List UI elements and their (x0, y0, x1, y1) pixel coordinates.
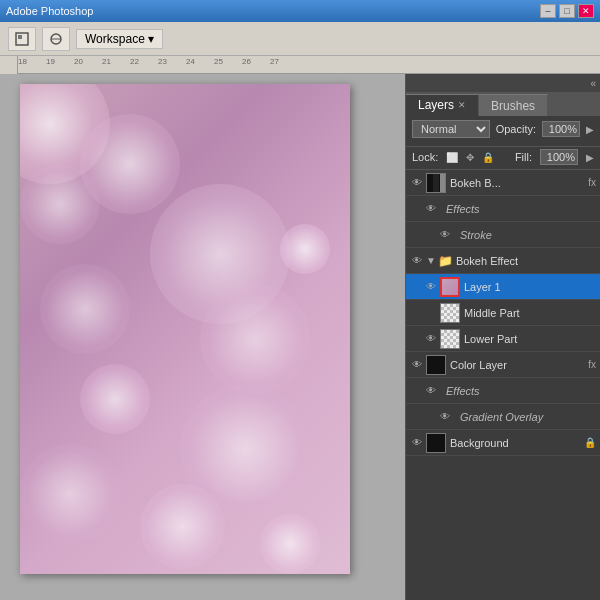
eye-icon-middle-part[interactable] (424, 306, 438, 320)
layer-name-color-layer: Color Layer (450, 359, 586, 371)
layer-name-gradient-overlay: Gradient Overlay (460, 411, 596, 423)
layer-item-middle-part[interactable]: Middle Part (406, 300, 600, 326)
ruler-corner (0, 56, 18, 74)
panels-area: « Layers ✕ Brushes (405, 74, 600, 600)
main-area: « Layers ✕ Brushes (0, 74, 600, 600)
layer-thumb-background (426, 433, 446, 453)
layer-name-effects-color: Effects (446, 385, 596, 397)
folder-icon-bokeh-effect-folder: 📁 (438, 254, 453, 268)
opacity-input[interactable]: 100% (542, 121, 580, 137)
layer-controls: Normal Multiply Screen Opacity: 100% ▶ (406, 116, 600, 147)
eye-icon-effects-color[interactable]: 👁 (424, 384, 438, 398)
tab-layers-close[interactable]: ✕ (458, 100, 466, 110)
blend-mode-select[interactable]: Normal Multiply Screen (412, 120, 490, 138)
window-controls: – □ ✕ (540, 4, 594, 18)
panel-tab-bar: Layers ✕ Brushes (406, 92, 600, 116)
horizontal-ruler: 18 19 20 21 22 23 24 25 26 27 (18, 56, 600, 73)
layer-name-lower-part: Lower Part (464, 333, 596, 345)
layer-item-bokeh-effect-folder[interactable]: 👁▼📁Bokeh Effect (406, 248, 600, 274)
lock-badge-background: 🔒 (584, 437, 596, 448)
svg-rect-1 (18, 35, 22, 39)
eye-icon-bokeh-effect-folder[interactable]: 👁 (410, 254, 424, 268)
folder-arrow-icon-bokeh-effect-folder: ▼ (426, 255, 436, 266)
layer-item-effects-bokeh-b[interactable]: 👁Effects (406, 196, 600, 222)
layer-thumb-layer-1 (440, 277, 460, 297)
collapse-panel-button[interactable]: « (590, 78, 596, 89)
eye-icon-color-layer[interactable]: 👁 (410, 358, 424, 372)
layer-thumb-bokeh-b (426, 173, 446, 193)
layer-item-stroke-bokeh-b[interactable]: 👁Stroke (406, 222, 600, 248)
eye-icon-layer-1[interactable]: 👁 (424, 280, 438, 294)
panel-controls: « (406, 74, 600, 92)
layer-name-stroke-bokeh-b: Stroke (460, 229, 596, 241)
ruler-row: 18 19 20 21 22 23 24 25 26 27 (0, 56, 600, 74)
eye-icon-gradient-overlay[interactable]: 👁 (438, 410, 452, 424)
eye-icon-bokeh-b[interactable]: 👁 (410, 176, 424, 190)
toolbar: Workspace ▾ (0, 22, 600, 56)
layer-list[interactable]: 👁Bokeh B...fx👁Effects👁Stroke👁▼📁Bokeh Eff… (406, 170, 600, 600)
bokeh-image (20, 84, 350, 574)
lock-pixels-icon[interactable]: ⬜ (446, 152, 458, 163)
layer-name-middle-part: Middle Part (464, 307, 596, 319)
document-canvas (20, 84, 350, 574)
tab-layers[interactable]: Layers ✕ (406, 94, 479, 116)
fx-badge-bokeh-b: fx (588, 177, 596, 188)
layer-name-layer-1: Layer 1 (464, 281, 596, 293)
fill-input[interactable]: 100% (540, 149, 578, 165)
workspace-button[interactable]: Workspace ▾ (76, 29, 163, 49)
lock-label: Lock: (412, 151, 438, 163)
workspace-label: Workspace ▾ (85, 32, 154, 46)
fill-arrow-icon: ▶ (586, 152, 594, 163)
layer-name-bokeh-effect-folder: Bokeh Effect (456, 255, 596, 267)
maximize-button[interactable]: □ (559, 4, 575, 18)
fill-label: Fill: (515, 151, 532, 163)
layer-item-effects-color[interactable]: 👁Effects (406, 378, 600, 404)
eye-icon-lower-part[interactable]: 👁 (424, 332, 438, 346)
minimize-button[interactable]: – (540, 4, 556, 18)
layer-name-effects-bokeh-b: Effects (446, 203, 596, 215)
eye-icon-effects-bokeh-b[interactable]: 👁 (424, 202, 438, 216)
layer-item-gradient-overlay[interactable]: 👁Gradient Overlay (406, 404, 600, 430)
tool-button-1[interactable] (8, 27, 36, 51)
fx-badge-color-layer: fx (588, 359, 596, 370)
title-bar: Adobe Photoshop – □ ✕ (0, 0, 600, 22)
window-title: Adobe Photoshop (6, 5, 93, 17)
layer-name-bokeh-b: Bokeh B... (450, 177, 586, 189)
layer-name-background: Background (450, 437, 582, 449)
canvas-area (0, 74, 405, 600)
layer-item-background[interactable]: 👁Background🔒 (406, 430, 600, 456)
opacity-arrow-icon: ▶ (586, 124, 594, 135)
blend-mode-row: Normal Multiply Screen Opacity: 100% ▶ (412, 120, 594, 138)
eye-icon-background[interactable]: 👁 (410, 436, 424, 450)
layer-item-layer-1[interactable]: 👁Layer 1 (406, 274, 600, 300)
lock-all-icon[interactable]: 🔒 (482, 152, 494, 163)
layers-panel: Layers ✕ Brushes Normal Multiply Screen (406, 92, 600, 600)
opacity-label: Opacity: (496, 123, 536, 135)
lock-fill-row: Lock: ⬜ ✥ 🔒 Fill: 100% ▶ (406, 147, 600, 170)
eye-icon-stroke-bokeh-b[interactable]: 👁 (438, 228, 452, 242)
layer-thumb-color-layer (426, 355, 446, 375)
layer-item-lower-part[interactable]: 👁Lower Part (406, 326, 600, 352)
layer-item-color-layer[interactable]: 👁Color Layerfx (406, 352, 600, 378)
layer-thumb-lower-part (440, 329, 460, 349)
tool-button-2[interactable] (42, 27, 70, 51)
layer-item-bokeh-b[interactable]: 👁Bokeh B...fx (406, 170, 600, 196)
tab-brushes[interactable]: Brushes (479, 94, 548, 116)
close-button[interactable]: ✕ (578, 4, 594, 18)
layer-thumb-middle-part (440, 303, 460, 323)
lock-position-icon[interactable]: ✥ (466, 152, 474, 163)
